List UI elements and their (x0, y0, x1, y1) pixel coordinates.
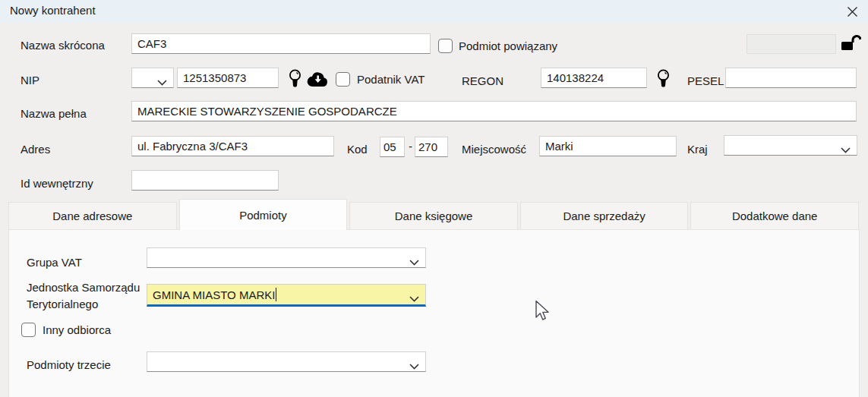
nip-prefix-combo[interactable] (131, 68, 174, 88)
locked-field-input (746, 34, 836, 54)
tab-dane-adresowe[interactable]: Dane adresowe (8, 202, 177, 230)
regon-input[interactable] (541, 68, 647, 88)
chevron-down-icon (409, 291, 419, 304)
tab-bar: Dane adresowe Podmioty Dane księgowe Dan… (8, 199, 859, 230)
jednostka-samorzadu-value: GMINA MIASTO MARKI (153, 288, 275, 301)
tab-dodatkowe-dane[interactable]: Dodatkowe dane (690, 202, 859, 230)
lightbulb-icon[interactable] (288, 68, 302, 89)
chevron-down-icon (409, 255, 419, 268)
chevron-down-icon (157, 75, 167, 88)
nazwa-pelna-label: Nazwa pełna (21, 107, 87, 120)
inny-odbiorca-checkbox[interactable] (21, 323, 36, 337)
nazwa-pelna-input[interactable] (131, 101, 857, 121)
nip-label: NIP (21, 74, 39, 87)
grupa-vat-combo[interactable] (147, 247, 426, 268)
title-bar: Nowy kontrahent (0, 0, 868, 23)
grupa-vat-label: Grupa VAT (27, 256, 82, 269)
tab-dane-ksiegowe[interactable]: Dane księgowe (349, 202, 518, 230)
podatnik-vat-label: Podatnik VAT (357, 73, 425, 86)
id-wewnetrzny-input[interactable] (131, 170, 279, 191)
close-icon[interactable] (845, 5, 859, 18)
cloud-download-icon[interactable] (307, 71, 329, 87)
miejscowosc-label: Miejscowość (462, 143, 526, 156)
miejscowosc-input[interactable] (539, 136, 677, 156)
podmioty-trzecie-combo[interactable] (147, 351, 426, 372)
kod-separator: - (409, 140, 412, 153)
adres-input[interactable] (131, 136, 334, 156)
text-caret (276, 288, 276, 301)
jednostka-samorzadu-label: Jednostka Samorządu Terytorialnego (27, 279, 144, 313)
lightbulb-icon[interactable] (656, 68, 671, 89)
adres-label: Adres (21, 143, 50, 156)
nazwa-skrocona-input[interactable] (131, 33, 431, 54)
open-padlock-icon[interactable] (840, 33, 861, 53)
kod-input-2[interactable] (415, 137, 448, 157)
kraj-combo[interactable] (724, 135, 857, 156)
kod-label: Kod (347, 143, 368, 156)
nip-input[interactable] (177, 68, 279, 88)
regon-label: REGON (462, 74, 503, 87)
chevron-down-icon (841, 143, 851, 156)
podmiot-powiazany-checkbox[interactable] (438, 39, 453, 53)
pesel-label: PESEL (687, 74, 724, 87)
podmioty-tab-panel (8, 229, 860, 397)
id-wewnetrzny-label: Id wewnętrzny (21, 177, 93, 190)
tab-dane-sprzedazy[interactable]: Dane sprzedaży (520, 202, 689, 230)
pesel-input[interactable] (725, 68, 857, 88)
podatnik-vat-checkbox[interactable] (336, 72, 350, 87)
nazwa-skrocona-label: Nazwa skrócona (21, 39, 105, 52)
jednostka-samorzadu-combo[interactable]: GMINA MIASTO MARKI (147, 284, 426, 307)
podmioty-trzecie-label: Podmioty trzecie (27, 358, 111, 371)
kraj-label: Kraj (687, 143, 708, 156)
podmiot-powiazany-label: Podmiot powiązany (459, 39, 557, 52)
window-title: Nowy kontrahent (10, 4, 96, 17)
inny-odbiorca-label: Inny odbiorca (43, 323, 111, 336)
chevron-down-icon (409, 359, 419, 372)
kod-input-1[interactable] (380, 137, 405, 157)
tab-podmioty[interactable]: Podmioty (179, 199, 348, 230)
